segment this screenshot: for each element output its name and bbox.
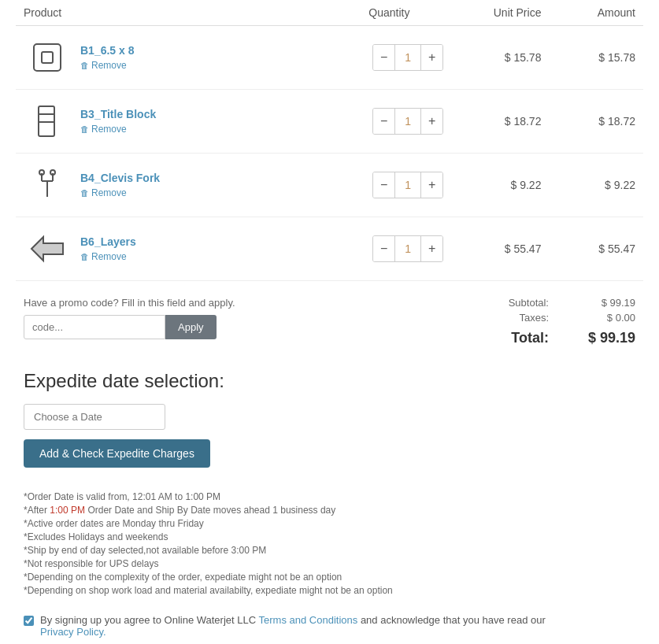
svg-point-10 xyxy=(50,170,55,175)
col-header-amount: Amount xyxy=(549,0,643,26)
svg-rect-1 xyxy=(42,52,53,63)
note-line: *Depending on shop work load and materia… xyxy=(24,585,635,596)
unit-price: $ 15.78 xyxy=(455,26,550,90)
amount: $ 18.72 xyxy=(549,90,643,154)
taxes-value: $ 0.00 xyxy=(580,312,635,324)
quantity-input[interactable] xyxy=(394,45,421,70)
table-row: B1_6.5 x 8 Remove − + $ 15.78 $ 15.78 xyxy=(16,26,643,90)
amount: $ 55.47 xyxy=(549,217,643,281)
subtotal-value: $ 99.19 xyxy=(580,297,635,309)
quantity-stepper: − + xyxy=(372,44,443,71)
notes-section: *Order Date is valid from, 12:01 AM to 1… xyxy=(16,483,643,606)
qty-increase-button[interactable]: + xyxy=(421,172,442,198)
product-name[interactable]: B3_Title Block xyxy=(80,108,156,120)
total-label: Total: xyxy=(511,330,549,346)
promo-totals-section: Have a promo code? Fill in this field an… xyxy=(16,281,643,354)
expedite-button[interactable]: Add & Check Expedite Charges xyxy=(24,439,210,468)
quantity-input[interactable] xyxy=(394,109,421,134)
note-line: *After 1:00 PM Order Date and Ship By Da… xyxy=(24,505,635,516)
svg-point-9 xyxy=(39,170,44,175)
note-line: *Excludes Holidays and weekends xyxy=(24,531,635,542)
table-row: B6_Layers Remove − + $ 55.47 $ 55.47 xyxy=(16,217,643,281)
remove-link[interactable]: Remove xyxy=(80,124,156,135)
product-image xyxy=(24,98,71,145)
promo-label: Have a promo code? Fill in this field an… xyxy=(24,297,291,309)
product-image xyxy=(24,225,71,272)
svg-rect-0 xyxy=(34,44,61,71)
remove-link[interactable]: Remove xyxy=(80,251,136,262)
col-header-product: Product xyxy=(16,0,361,26)
subtotal-label: Subtotal: xyxy=(509,297,549,309)
unit-price: $ 9.22 xyxy=(455,154,550,217)
svg-marker-11 xyxy=(31,237,63,261)
promo-section: Have a promo code? Fill in this field an… xyxy=(24,297,291,339)
qty-increase-button[interactable]: + xyxy=(421,109,442,134)
remove-link[interactable]: Remove xyxy=(80,60,135,71)
apply-button[interactable]: Apply xyxy=(165,315,217,339)
privacy-link[interactable]: Privacy Policy. xyxy=(40,626,635,638)
unit-price: $ 55.47 xyxy=(455,217,550,281)
taxes-label: Taxes: xyxy=(519,312,549,324)
amount: $ 15.78 xyxy=(549,26,643,90)
agreement-middle2: and acknowledge that you have read our xyxy=(361,614,546,626)
quantity-input[interactable] xyxy=(394,236,421,261)
col-header-unit-price: Unit Price xyxy=(455,0,550,26)
product-name[interactable]: B4_Clevis Fork xyxy=(80,172,160,184)
expedite-section: Expedite date selection: Add & Check Exp… xyxy=(16,354,643,483)
col-header-quantity: Quantity xyxy=(361,0,455,26)
qty-decrease-button[interactable]: − xyxy=(373,109,394,134)
totals-section: Subtotal: $ 99.19 Taxes: $ 0.00 Total: $… xyxy=(415,297,635,346)
quantity-stepper: − + xyxy=(372,108,443,135)
product-name[interactable]: B1_6.5 x 8 xyxy=(80,44,135,57)
table-row: B3_Title Block Remove − + $ 18.72 $ 18.7… xyxy=(16,90,643,154)
note-line: *Not responsible for UPS delays xyxy=(24,558,635,569)
remove-link[interactable]: Remove xyxy=(80,187,160,198)
product-name[interactable]: B6_Layers xyxy=(80,235,136,248)
qty-increase-button[interactable]: + xyxy=(421,45,442,70)
date-input[interactable] xyxy=(24,404,165,430)
note-line: *Ship by end of day selected,not availab… xyxy=(24,545,635,556)
qty-decrease-button[interactable]: − xyxy=(373,172,394,198)
total-value: $ 99.19 xyxy=(580,330,635,346)
agreement-text: By signing up you agree to Online Waterj… xyxy=(40,614,635,638)
qty-decrease-button[interactable]: − xyxy=(373,45,394,70)
qty-decrease-button[interactable]: − xyxy=(373,236,394,261)
expedite-title: Expedite date selection: xyxy=(24,370,635,392)
product-image xyxy=(24,161,71,209)
agreement-section: By signing up you agree to Online Waterj… xyxy=(16,606,643,644)
promo-input[interactable] xyxy=(24,315,165,339)
amount: $ 9.22 xyxy=(549,154,643,217)
quantity-input[interactable] xyxy=(394,172,421,198)
qty-increase-button[interactable]: + xyxy=(421,236,442,261)
quantity-stepper: − + xyxy=(372,235,443,262)
note-line: *Depending on the complexity of the orde… xyxy=(24,572,635,583)
note-line: *Order Date is valid from, 12:01 AM to 1… xyxy=(24,491,635,502)
terms-link[interactable]: Terms and Conditions xyxy=(259,614,358,626)
unit-price: $ 18.72 xyxy=(455,90,550,154)
agreement-before: By signing up you agree to Online Waterj… xyxy=(40,614,256,626)
agreement-checkbox[interactable] xyxy=(24,616,34,626)
product-image xyxy=(24,34,71,81)
note-line: *Active order dates are Monday thru Frid… xyxy=(24,518,635,529)
table-row: B4_Clevis Fork Remove − + $ 9.22 $ 9.22 xyxy=(16,154,643,217)
quantity-stepper: − + xyxy=(372,172,443,198)
cart-table: Product Quantity Unit Price Amount B1_6.… xyxy=(16,0,643,281)
